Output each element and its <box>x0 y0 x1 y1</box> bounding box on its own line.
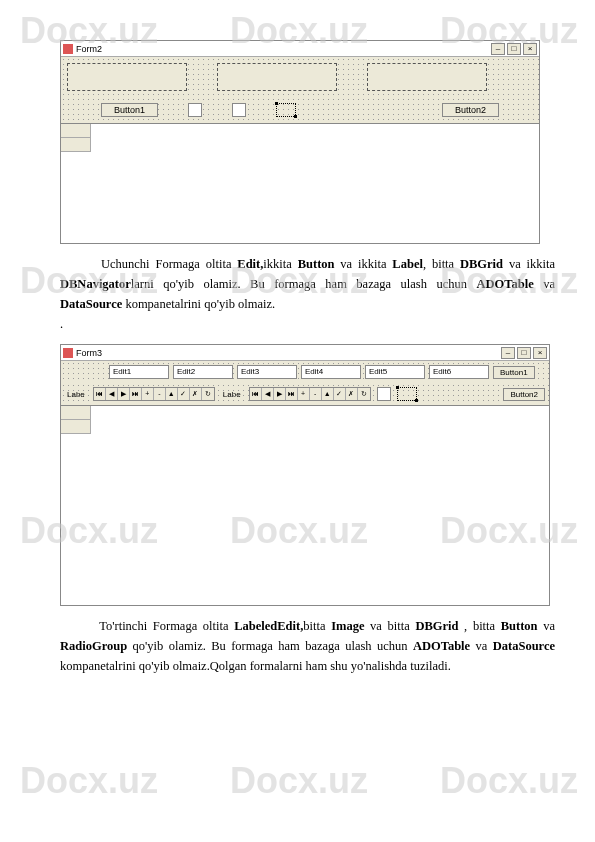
form3-window: Form3 – □ × Edit1 Edit2 Edit3 Edit4 Edit… <box>60 344 550 606</box>
form3-label-2: Labe <box>221 390 243 399</box>
nav-post-icon[interactable]: ✓ <box>178 388 190 400</box>
close-button[interactable]: × <box>523 43 537 55</box>
form2-button-row: Button1 Button2 <box>61 97 539 123</box>
dbnavigator-2[interactable]: ⏮ ◀ ▶ ⏭ + - ▲ ✓ ✗ ↻ <box>249 387 371 401</box>
grid-indicator-cell <box>61 138 91 152</box>
form3-nav-row: Labe ⏮ ◀ ▶ ⏭ + - ▲ ✓ ✗ ↻ Labe ⏮ ◀ ▶ ⏭ + … <box>61 383 549 405</box>
nav-insert-icon[interactable]: + <box>298 388 310 400</box>
paragraph-2: To'rtinchi Formaga oltita LabeledEdit,bi… <box>60 616 555 676</box>
nav-last-icon[interactable]: ⏭ <box>286 388 298 400</box>
nav-first-icon[interactable]: ⏮ <box>94 388 106 400</box>
grid-header-cell <box>61 406 91 420</box>
placeholder-box <box>67 63 187 91</box>
form3-button1[interactable]: Button1 <box>493 366 535 379</box>
nav-insert-icon[interactable]: + <box>142 388 154 400</box>
component-icon[interactable] <box>377 387 391 401</box>
dbnavigator-1[interactable]: ⏮ ◀ ▶ ⏭ + - ▲ ✓ ✗ ↻ <box>93 387 215 401</box>
selected-component[interactable] <box>276 103 296 117</box>
close-button[interactable]: × <box>533 347 547 359</box>
form2-dbgrid[interactable] <box>61 123 539 243</box>
form-icon <box>63 44 73 54</box>
watermark: Docx.uz <box>440 760 578 802</box>
nav-next-icon[interactable]: ▶ <box>118 388 130 400</box>
nav-post-icon[interactable]: ✓ <box>334 388 346 400</box>
nav-refresh-icon[interactable]: ↻ <box>202 388 214 400</box>
nav-cancel-icon[interactable]: ✗ <box>346 388 358 400</box>
nav-last-icon[interactable]: ⏭ <box>130 388 142 400</box>
placeholder-box <box>217 63 337 91</box>
edit-field-3[interactable]: Edit3 <box>237 365 297 379</box>
nav-next-icon[interactable]: ▶ <box>274 388 286 400</box>
nav-refresh-icon[interactable]: ↻ <box>358 388 370 400</box>
maximize-button[interactable]: □ <box>517 347 531 359</box>
component-icon[interactable] <box>232 103 246 117</box>
form3-edit-row: Edit1 Edit2 Edit3 Edit4 Edit5 Edit6 Butt… <box>61 361 549 383</box>
edit-field-1[interactable]: Edit1 <box>109 365 169 379</box>
form2-title: Form2 <box>76 44 491 54</box>
nav-cancel-icon[interactable]: ✗ <box>190 388 202 400</box>
form3-dbgrid[interactable] <box>61 405 549 605</box>
edit-field-6[interactable]: Edit6 <box>429 365 489 379</box>
nav-delete-icon[interactable]: - <box>310 388 322 400</box>
edit-field-2[interactable]: Edit2 <box>173 365 233 379</box>
nav-edit-icon[interactable]: ▲ <box>322 388 334 400</box>
form-icon <box>63 348 73 358</box>
form2-design-area <box>61 57 539 97</box>
form2-titlebar: Form2 – □ × <box>61 41 539 57</box>
form3-button2[interactable]: Button2 <box>503 388 545 401</box>
grid-indicator-cell <box>61 420 91 434</box>
form2-button2[interactable]: Button2 <box>442 103 499 117</box>
grid-header-cell <box>61 124 91 138</box>
paragraph-1: Uchunchi Formaga oltita Edit,ikkita Butt… <box>60 254 555 334</box>
nav-prior-icon[interactable]: ◀ <box>106 388 118 400</box>
watermark: Docx.uz <box>20 760 158 802</box>
nav-first-icon[interactable]: ⏮ <box>250 388 262 400</box>
form2-window: Form2 – □ × Button1 Button2 <box>60 40 540 244</box>
edit-field-4[interactable]: Edit4 <box>301 365 361 379</box>
minimize-button[interactable]: – <box>491 43 505 55</box>
form3-title: Form3 <box>76 348 501 358</box>
component-icon[interactable] <box>188 103 202 117</box>
nav-edit-icon[interactable]: ▲ <box>166 388 178 400</box>
placeholder-box <box>367 63 487 91</box>
form3-titlebar: Form3 – □ × <box>61 345 549 361</box>
form3-label: Labe <box>65 390 87 399</box>
page-content: Form2 – □ × Button1 Button2 Uch <box>0 0 595 706</box>
minimize-button[interactable]: – <box>501 347 515 359</box>
maximize-button[interactable]: □ <box>507 43 521 55</box>
watermark: Docx.uz <box>230 760 368 802</box>
edit-field-5[interactable]: Edit5 <box>365 365 425 379</box>
nav-delete-icon[interactable]: - <box>154 388 166 400</box>
nav-prior-icon[interactable]: ◀ <box>262 388 274 400</box>
selected-component[interactable] <box>397 387 417 401</box>
form2-button1[interactable]: Button1 <box>101 103 158 117</box>
